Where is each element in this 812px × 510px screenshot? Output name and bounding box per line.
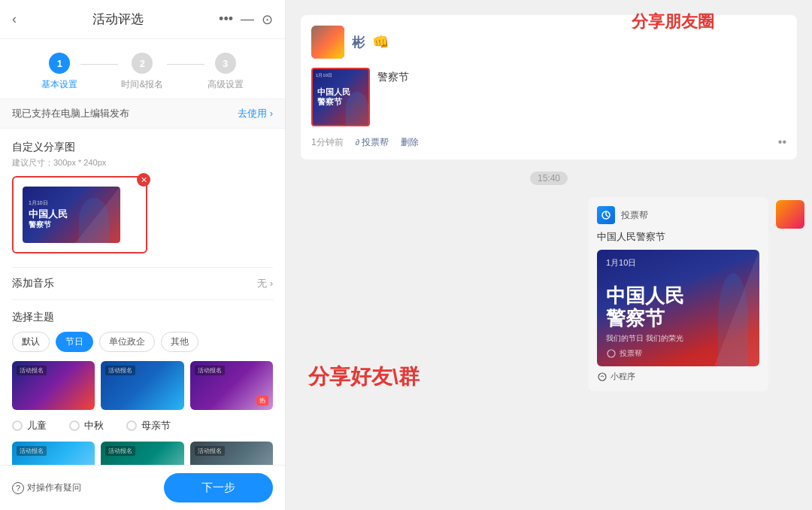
theme-card-6[interactable]: 活动报名 [190, 442, 273, 465]
step-3[interactable]: 3 高级设置 [208, 53, 244, 91]
radio-circle-midautumn [69, 420, 80, 431]
theme-card-2[interactable]: 活动报名 [101, 361, 183, 410]
computer-banner-text: 现已支持在电脑上编辑发布 [12, 107, 129, 120]
step-3-circle: 3 [215, 53, 236, 74]
music-value[interactable]: 无 › [257, 277, 273, 290]
theme-title: 选择主题 [12, 311, 273, 324]
share-image-section: 自定义分享图 建议尺寸：300px * 240px 1月10日 中国人民 警察节… [12, 141, 273, 257]
theme-card-5-content: 活动报名 [101, 442, 183, 465]
theme-grid-row1: 活动报名 活动报名 活动报名 热 [12, 361, 273, 410]
theme-card-1[interactable]: 活动报名 [12, 361, 95, 410]
theme-tag-default[interactable]: 默认 [12, 332, 50, 352]
moments-action-delete[interactable]: 删除 [401, 136, 419, 149]
moments-meta: 1分钟前 ∂ 投票帮 删除 •• [311, 135, 786, 149]
close-icon[interactable]: ⊙ [262, 11, 273, 28]
radio-circle-children [12, 420, 23, 431]
music-label: 添加音乐 [12, 277, 54, 290]
moments-post-text-area: 警察节 [377, 68, 786, 84]
large-poster-logo: 投票帮 [606, 348, 642, 359]
left-panel: ‹ 活动评选 ••• — ⊙ 1 基本设置 2 时间&报名 3 高级设置 现已支… [0, 0, 286, 510]
theme-tag-enterprise[interactable]: 单位政企 [99, 332, 155, 352]
bottom-bar: ? 对操作有疑问 下一步 [0, 465, 285, 510]
next-button[interactable]: 下一步 [164, 473, 273, 502]
theme-card-2-label: 活动报名 [105, 366, 135, 375]
avatar [311, 26, 344, 59]
poster-main-small: 中国人民 [29, 208, 68, 220]
more-icon[interactable]: ••• [219, 11, 233, 27]
top-moments-row: 彬 👊 1月10日 中国人民警察节 警察节 1分钟前 [286, 8, 812, 159]
theme-tag-holiday[interactable]: 节日 [56, 332, 93, 352]
step-2-label: 时间&报名 [121, 78, 163, 91]
theme-card-4[interactable]: 活动报名 [12, 442, 95, 465]
share-image-inner: 1月10日 中国人民 警察节 [23, 187, 120, 243]
theme-grid-row2: 活动报名 活动报名 活动报名 [12, 442, 273, 465]
step-2[interactable]: 2 时间&报名 [121, 53, 163, 91]
theme-card-1-label: 活动报名 [17, 366, 47, 375]
step-1-label: 基本设置 [41, 78, 77, 91]
moments-time: 1分钟前 [311, 136, 344, 149]
theme-card-3-label: 活动报名 [195, 366, 225, 375]
share-image-subtitle: 建议尺寸：300px * 240px [12, 157, 273, 168]
delete-image-button[interactable]: ✕ [137, 173, 150, 187]
moments-more-icon[interactable]: •• [778, 135, 786, 149]
theme-cards-row2: 活动报名 活动报名 活动报名 [12, 442, 273, 465]
theme-card-1-content: 活动报名 [12, 361, 95, 410]
theme-card-5-label: 活动报名 [105, 446, 135, 456]
share-moments-banner: 分享朋友圈 [632, 11, 714, 33]
radio-children-label: 儿童 [27, 419, 47, 433]
help-link[interactable]: ? 对操作有疑问 [12, 481, 81, 494]
step-1[interactable]: 1 基本设置 [41, 53, 77, 91]
moments-post-content: 1月10日 中国人民警察节 警察节 [311, 68, 786, 126]
radio-mothers[interactable]: 母亲节 [126, 419, 171, 433]
moments-poster-thumbnail[interactable]: 1月10日 中国人民警察节 [311, 68, 370, 126]
large-poster-sub: 我们的节日 我们的荣光 [606, 333, 683, 344]
share-image-poster: 1月10日 中国人民 警察节 [23, 187, 120, 243]
help-icon: ? [12, 482, 24, 494]
theme-tag-other[interactable]: 其他 [161, 332, 198, 352]
theme-card-5[interactable]: 活动报名 [101, 442, 183, 465]
step-3-label: 高级设置 [208, 78, 244, 91]
share-image-box[interactable]: 1月10日 中国人民 警察节 ✕ [12, 176, 147, 253]
theme-card-2-content: 活动报名 [101, 361, 183, 410]
poster-date-small: 1月10日 [29, 199, 48, 207]
right-user-avatar [776, 200, 804, 229]
poster-decoration [346, 92, 368, 125]
theme-tags: 默认 节日 单位政企 其他 [12, 332, 273, 352]
radio-children[interactable]: 儿童 [12, 419, 47, 433]
wechat-card-title: 中国人民警察节 [597, 230, 759, 244]
wechat-card: 投票帮 中国人民警察节 1月10日 中国人民警察节 我们的节日 我们的荣光 投票… [588, 197, 768, 391]
time-divider: 15:40 [530, 172, 568, 185]
share-image-title: 自定义分享图 [12, 141, 273, 154]
right-panel-inner: 彬 👊 1月10日 中国人民警察节 警察节 1分钟前 [286, 0, 812, 510]
radio-row-1: 儿童 中秋 母亲节 [12, 419, 273, 433]
radio-midautumn-label: 中秋 [84, 419, 104, 433]
steps-container: 1 基本设置 2 时间&报名 3 高级设置 [0, 39, 285, 99]
minimize-icon[interactable]: — [241, 11, 254, 27]
music-section: 添加音乐 无 › [12, 267, 273, 300]
user-name: 彬 [352, 34, 365, 51]
share-moments-label: 分享朋友圈 [632, 12, 714, 31]
right-panel: 分享朋友圈 彬 👊 1月10日 中国人民警察节 [286, 0, 812, 510]
theme-card-6-label: 活动报名 [195, 446, 225, 456]
radio-mothers-label: 母亲节 [141, 419, 171, 433]
theme-card-3[interactable]: 活动报名 热 [190, 361, 273, 410]
theme-section: 选择主题 默认 节日 单位政企 其他 活动报名 [12, 311, 273, 465]
share-friends-label: 分享好友\群 [293, 363, 580, 391]
mini-program-label: 小程序 [597, 371, 759, 382]
moments-post-title: 警察节 [377, 71, 786, 84]
theme-card-3-content: 活动报名 热 [190, 361, 273, 410]
fist-emoji: 👊 [372, 34, 389, 50]
computer-use-link[interactable]: 去使用 › [238, 107, 273, 120]
large-poster-main: 中国人民警察节 [606, 285, 684, 330]
moments-header: 彬 👊 [311, 26, 786, 59]
radio-midautumn[interactable]: 中秋 [69, 419, 104, 433]
wechat-card-name: 投票帮 [621, 209, 648, 222]
step-1-circle: 1 [49, 53, 70, 74]
moments-action-vote[interactable]: ∂ 投票帮 [356, 136, 389, 149]
help-label: 对操作有疑问 [27, 481, 81, 494]
svg-point-3 [607, 350, 615, 357]
large-poster-wave2 [718, 273, 748, 366]
large-poster-logo-label: 投票帮 [620, 348, 642, 359]
theme-card-4-content: 活动报名 [12, 442, 95, 465]
chat-area: 分享好友\群 投票帮 中国人民警察节 1月10日 中国人民警察节 [286, 197, 812, 399]
